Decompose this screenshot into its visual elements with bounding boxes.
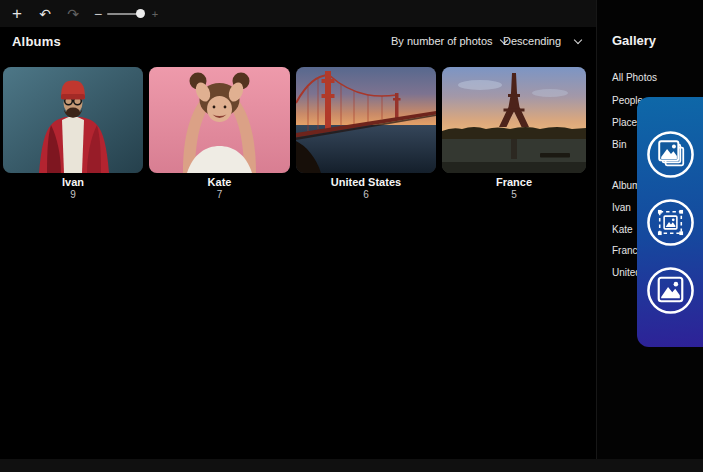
album-count: 5 xyxy=(442,189,586,200)
zoom-slider-thumb[interactable] xyxy=(136,9,145,18)
sort-order-dropdown[interactable]: Descending xyxy=(503,35,581,47)
photo-stack-icon[interactable] xyxy=(645,129,696,180)
album-count: 6 xyxy=(296,189,436,200)
album-name: Kate xyxy=(149,176,290,188)
album-thumbnail-united-states xyxy=(296,67,436,173)
image-icon[interactable] xyxy=(645,265,696,316)
album-card-kate[interactable] xyxy=(149,67,290,173)
sort-by-dropdown[interactable]: By number of photos xyxy=(391,35,507,47)
toolbar: + ↶ ↷ − + xyxy=(0,0,596,27)
album-name: United States xyxy=(296,176,436,188)
undo-icon[interactable]: ↶ xyxy=(34,0,56,27)
album-name: France xyxy=(442,176,586,188)
album-card-united-states[interactable] xyxy=(296,67,436,173)
sidebar-item-kate[interactable]: Kate xyxy=(612,224,633,235)
sort-order-label: Descending xyxy=(503,35,561,47)
page-title: Albums xyxy=(12,34,61,49)
action-panel xyxy=(637,97,703,347)
album-count: 9 xyxy=(3,189,143,200)
sort-by-label: By number of photos xyxy=(391,35,493,47)
sidebar-title: Gallery xyxy=(612,33,656,48)
sidebar-item-all-photos[interactable]: All Photos xyxy=(612,72,657,83)
chevron-down-icon xyxy=(574,35,582,43)
redo-icon[interactable]: ↷ xyxy=(62,0,84,27)
album-name: Ivan xyxy=(3,176,143,188)
album-thumbnail-france xyxy=(442,67,586,173)
add-button[interactable]: + xyxy=(6,0,28,27)
album-count: 7 xyxy=(149,189,290,200)
image-selection-icon[interactable] xyxy=(645,197,696,248)
zoom-in-icon[interactable]: + xyxy=(148,0,162,27)
album-card-ivan[interactable] xyxy=(3,67,143,173)
album-thumbnail-kate xyxy=(149,67,290,173)
sidebar-divider xyxy=(596,0,597,472)
zoom-out-icon[interactable]: − xyxy=(90,0,106,27)
album-card-france[interactable] xyxy=(442,67,586,173)
sidebar-item-ivan[interactable]: Ivan xyxy=(612,202,631,213)
sidebar-item-bin[interactable]: Bin xyxy=(612,139,626,150)
bottom-bar xyxy=(0,459,703,472)
album-thumbnail-ivan xyxy=(3,67,143,173)
